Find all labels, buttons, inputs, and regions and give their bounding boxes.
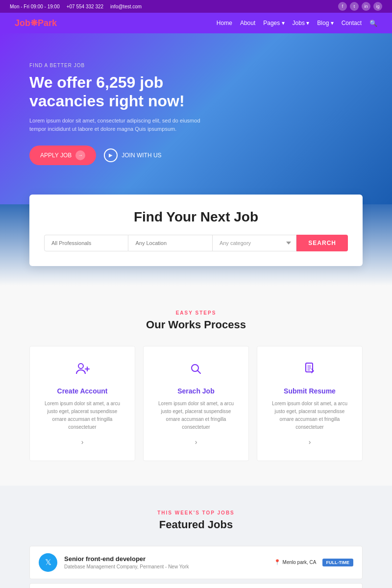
top-bar: Mon - Fri 09:00 - 19:00 +07 554 332 322 … bbox=[0, 0, 392, 13]
hero-buttons: APPLY JOB → ▶ JOIN WITH US bbox=[29, 146, 363, 165]
job-title: Senior front-end developer bbox=[64, 555, 189, 563]
search-button[interactable]: SEARCH bbox=[296, 235, 348, 251]
search-title: Find Your Next Job bbox=[44, 209, 348, 225]
create-account-icon bbox=[40, 361, 125, 380]
nav-jobs[interactable]: Jobs ▾ bbox=[293, 20, 310, 26]
create-account-title: Create Account bbox=[40, 387, 125, 395]
submit-resume-title: Submit Resume bbox=[267, 387, 352, 395]
apply-job-button[interactable]: APPLY JOB → bbox=[29, 146, 96, 165]
job-location: 📍 Menlo park, CA bbox=[274, 559, 317, 565]
join-with-us-button[interactable]: ▶ JOIN WITH US bbox=[104, 148, 161, 162]
apply-job-label: APPLY JOB bbox=[40, 152, 72, 159]
submit-resume-icon bbox=[267, 361, 352, 380]
job-badge: FULL-TIME bbox=[322, 559, 354, 566]
search-profession-input[interactable] bbox=[44, 235, 128, 251]
hero-subtitle: FIND A BETTER JOB bbox=[29, 63, 363, 68]
search-icon-nav[interactable]: 🔍 bbox=[369, 20, 377, 27]
top-bar-email: info@test.com bbox=[110, 4, 142, 9]
join-label: JOIN WITH US bbox=[122, 152, 161, 159]
top-bar-phone: +07 554 332 322 bbox=[67, 4, 103, 9]
table-row[interactable]: 𝕏 Senior front-end developer Datebase Ma… bbox=[29, 546, 363, 579]
table-row[interactable]: f Senior front-end developer Datebase Ma… bbox=[29, 583, 363, 588]
top-bar-social: f t in ig bbox=[338, 2, 382, 11]
svg-rect-2 bbox=[306, 363, 313, 372]
location-text: Menlo park, CA bbox=[283, 560, 317, 565]
top-bar-left: Mon - Fri 09:00 - 19:00 +07 554 332 322 … bbox=[10, 4, 142, 9]
social-facebook-icon[interactable]: f bbox=[338, 2, 347, 11]
nav-pages[interactable]: Pages ▾ bbox=[263, 20, 284, 26]
social-linkedin-icon[interactable]: in bbox=[362, 2, 370, 11]
logo-text: Job bbox=[15, 18, 30, 28]
search-job-title: Serach Job bbox=[153, 387, 239, 395]
nav-contact[interactable]: Contact bbox=[342, 20, 362, 26]
search-job-desc: Lorem ipsum dolor sit amet, a arcu justo… bbox=[153, 400, 239, 431]
nav-blog[interactable]: Blog ▾ bbox=[317, 20, 333, 26]
featured-tag: THIS WEEK'S TOP JOBS bbox=[29, 510, 363, 515]
apply-arrow-icon: → bbox=[75, 150, 85, 160]
location-pin-icon: 📍 bbox=[274, 559, 281, 565]
create-account-arrow[interactable]: › bbox=[40, 438, 125, 446]
logo-suffix: Park bbox=[38, 18, 57, 28]
works-card-search-job: Serach Job Lorem ipsum dolor sit amet, a… bbox=[143, 346, 249, 461]
hero-section: FIND A BETTER JOB We offer 6,259 job vac… bbox=[0, 33, 392, 204]
search-category-select[interactable]: Any category Technology Marketing Design bbox=[212, 235, 296, 251]
nav-about[interactable]: About bbox=[240, 20, 255, 26]
works-card-submit-resume: Submit Resume Lorem ipsum dolor sit amet… bbox=[257, 346, 363, 461]
svg-point-0 bbox=[78, 364, 83, 368]
search-job-icon bbox=[153, 361, 239, 380]
create-account-desc: Lorem ipsum dolor sit amet, a arcu justo… bbox=[40, 400, 125, 431]
site-logo: Job❋Park bbox=[15, 18, 57, 28]
job-right: 📍 Menlo park, CA FULL-TIME bbox=[274, 559, 353, 566]
play-icon: ▶ bbox=[104, 148, 118, 162]
featured-section: THIS WEEK'S TOP JOBS Featured Jobs 𝕏 Sen… bbox=[0, 486, 392, 588]
company-logo-twitter: 𝕏 bbox=[39, 553, 57, 572]
search-section: Find Your Next Job Any category Technolo… bbox=[29, 195, 363, 266]
works-section: EASY STEPS Our Works Process Create Acco… bbox=[0, 286, 392, 486]
job-info: Senior front-end developer Datebase Mana… bbox=[64, 555, 189, 569]
logo-accent: ❋ bbox=[30, 18, 38, 28]
works-title: Our Works Process bbox=[29, 318, 363, 331]
search-job-arrow[interactable]: › bbox=[153, 438, 239, 446]
submit-resume-desc: Lorem ipsum dolor sit amet, a arcu justo… bbox=[267, 400, 352, 431]
submit-resume-arrow[interactable]: › bbox=[267, 438, 352, 446]
featured-title: Featured Jobs bbox=[29, 518, 363, 531]
hero-title: We offer 6,259 job vacancies right now! bbox=[29, 73, 206, 111]
top-bar-hours: Mon - Fri 09:00 - 19:00 bbox=[10, 4, 60, 9]
social-twitter-icon[interactable]: t bbox=[350, 2, 359, 11]
job-left: 𝕏 Senior front-end developer Datebase Ma… bbox=[39, 553, 189, 572]
nav-links: Home About Pages ▾ Jobs ▾ Blog ▾ Contact… bbox=[217, 20, 377, 27]
nav-home[interactable]: Home bbox=[217, 20, 232, 26]
works-card-create-account: Create Account Lorem ipsum dolor sit ame… bbox=[29, 346, 135, 461]
hero-description: Lorem ipsum dolor sit amet, consectetur … bbox=[29, 117, 216, 134]
search-location-input[interactable] bbox=[128, 235, 212, 251]
job-meta: Datebase Management Company, Permanent -… bbox=[64, 564, 189, 569]
works-tag: EASY STEPS bbox=[29, 310, 363, 316]
job-list: 𝕏 Senior front-end developer Datebase Ma… bbox=[29, 546, 363, 588]
search-bar: Any category Technology Marketing Design… bbox=[44, 235, 348, 251]
navbar: Job❋Park Home About Pages ▾ Jobs ▾ Blog … bbox=[0, 13, 392, 33]
works-cards-row: Create Account Lorem ipsum dolor sit ame… bbox=[29, 346, 363, 461]
social-instagram-icon[interactable]: ig bbox=[373, 2, 382, 11]
